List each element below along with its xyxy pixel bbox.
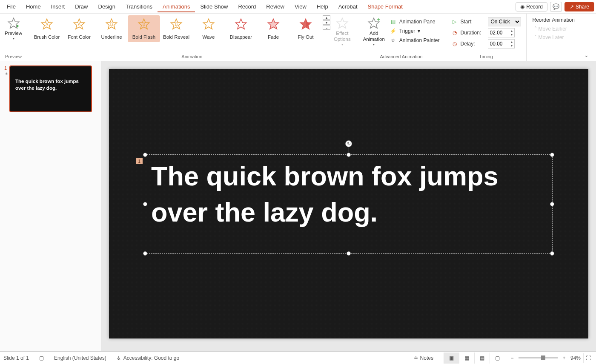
reading-view-button[interactable]: ▤ [474, 353, 490, 364]
zoom-value[interactable]: 94% [570, 355, 581, 361]
animation-fly-out[interactable]: Fly Out [289, 15, 322, 42]
animation-label: Brush Color [34, 34, 60, 40]
animation-bold-reveal[interactable]: BBold Reveal [160, 15, 192, 42]
slide-counter[interactable]: Slide 1 of 1 [3, 355, 29, 361]
rotate-handle[interactable] [345, 140, 352, 147]
language-button[interactable]: English (United States) [54, 355, 106, 361]
resize-handle-tl[interactable] [143, 153, 147, 157]
animation-underline[interactable]: BUnderline [95, 15, 128, 42]
menu-home[interactable]: Home [21, 1, 46, 12]
animation-wave[interactable]: Wave [192, 15, 225, 42]
gallery-up-icon[interactable]: ▴ [323, 15, 330, 20]
group-reorder: Reorder Animation ˄Move Earlier ˅Move La… [527, 14, 581, 61]
animation-gallery-more[interactable]: ▴▾⌄ [322, 15, 331, 30]
effect-options-star-icon [336, 17, 349, 30]
menu-help[interactable]: Help [312, 1, 333, 12]
comments-button[interactable]: 💬 [550, 2, 562, 12]
animation-bold-flash[interactable]: BBold Flash [128, 15, 160, 42]
svg-marker-13 [236, 19, 246, 29]
menu-review[interactable]: Review [261, 1, 289, 12]
chevron-down-icon: ▾ [373, 43, 375, 46]
zoom-out-button[interactable]: − [509, 355, 515, 361]
share-icon: ↗ [570, 4, 574, 10]
trigger-button[interactable]: ⚡Trigger ▾ [387, 26, 442, 36]
menu-file[interactable]: File [2, 1, 21, 12]
chevron-down-icon: ⌄ [584, 52, 589, 58]
resize-handle-bm[interactable] [347, 251, 351, 256]
zoom-slider[interactable] [519, 357, 558, 358]
down-arrow-icon[interactable]: ▼ [509, 44, 515, 48]
slideshow-icon: ▢ [495, 355, 500, 361]
delay-spinner[interactable]: ▲▼ [488, 39, 515, 48]
svg-text:B: B [143, 22, 146, 27]
animation-brush-color[interactable]: ABrush Color [31, 15, 63, 42]
accessibility-icon: ♿︎ [117, 355, 121, 361]
up-arrow-icon[interactable]: ▲ [509, 29, 515, 33]
animation-fade[interactable]: Fade [257, 15, 289, 42]
resize-handle-bl[interactable] [143, 251, 147, 256]
notes-button[interactable]: ≐Notes [414, 355, 433, 361]
delay-label: Delay: [461, 41, 485, 47]
preview-button[interactable]: Preview ▾ [2, 15, 25, 42]
resize-handle-ml[interactable] [143, 202, 147, 206]
svg-marker-1 [17, 25, 19, 28]
menu-draw[interactable]: Draw [70, 1, 93, 12]
slide-thumbnail-1[interactable]: The quick brown fox jumps over the lazy … [9, 65, 92, 112]
text-box[interactable]: 1 The quick brown fox jumps over the laz… [145, 154, 553, 254]
resize-handle-br[interactable] [550, 251, 554, 256]
menu-shape-format[interactable]: Shape Format [363, 1, 408, 12]
thumbnail-number: 1 [4, 65, 9, 71]
zoom-slider-thumb[interactable] [541, 355, 545, 360]
record-button[interactable]: ◉Record [516, 2, 547, 11]
up-arrow-icon[interactable]: ▲ [509, 40, 515, 44]
group-label-animation: Animation [31, 53, 353, 61]
animation-disappear[interactable]: Disappear [225, 15, 257, 42]
menu-record[interactable]: Record [233, 1, 261, 12]
duration-input[interactable] [488, 30, 509, 36]
resize-handle-tr[interactable] [550, 153, 554, 157]
resize-handle-mr[interactable] [550, 202, 554, 206]
delay-input[interactable] [488, 41, 509, 47]
display-settings-button[interactable]: ▢ [39, 355, 44, 361]
share-button[interactable]: ↗Share [564, 2, 594, 11]
gallery-expand-icon[interactable]: ⌄ [323, 26, 330, 30]
down-arrow-icon[interactable]: ▼ [509, 33, 515, 37]
animation-label: Fly Out [298, 34, 313, 40]
menu-design[interactable]: Design [93, 1, 120, 12]
slideshow-view-button[interactable]: ▢ [490, 353, 505, 364]
move-later-button: ˅Move Later [533, 33, 575, 42]
add-animation-button[interactable]: + Add Animation ▾ [361, 15, 387, 48]
reading-view-icon: ▤ [480, 355, 484, 361]
duration-spinner[interactable]: ▲▼ [488, 28, 515, 37]
collapse-ribbon-button[interactable]: ⌄ [581, 14, 593, 61]
gallery-down-icon[interactable]: ▾ [323, 20, 330, 25]
resize-handle-tm[interactable] [347, 153, 351, 157]
animation-pane-button[interactable]: ▤Animation Pane [387, 17, 442, 26]
animation-star-icon [267, 18, 280, 32]
status-bar: Slide 1 of 1 ▢ English (United States) ♿… [0, 351, 596, 364]
menu-animations[interactable]: Animations [158, 1, 195, 12]
start-select[interactable]: On Click [488, 17, 521, 26]
effect-options-button: Effect Options▾ [331, 15, 353, 48]
animation-font-color[interactable]: AFont Color [63, 15, 95, 42]
sorter-view-button[interactable]: ▦ [459, 353, 474, 364]
menu-slide-show[interactable]: Slide Show [195, 1, 233, 12]
menu-acrobat[interactable]: Acrobat [333, 1, 363, 12]
zoom-in-button[interactable]: + [561, 355, 567, 361]
reorder-header: Reorder Animation [533, 15, 575, 25]
slide-canvas-area[interactable]: 1 The quick brown fox jumps over the laz… [101, 61, 596, 351]
animation-painter-button[interactable]: ☆Animation Painter [387, 36, 442, 45]
normal-view-button[interactable]: ▣ [444, 353, 459, 364]
animation-label: Font Color [68, 34, 91, 40]
slide[interactable]: 1 The quick brown fox jumps over the laz… [109, 69, 588, 338]
svg-text:B: B [110, 22, 113, 27]
record-dot-icon: ◉ [520, 4, 524, 10]
menu-insert[interactable]: Insert [46, 1, 70, 12]
slide-text[interactable]: The quick brown fox jumps over the lazy … [145, 155, 552, 234]
menu-transitions[interactable]: Transitions [120, 1, 158, 12]
accessibility-button[interactable]: ♿︎Accessibility: Good to go [117, 355, 179, 361]
animation-order-tag[interactable]: 1 [136, 158, 143, 164]
animation-label: Bold Flash [132, 34, 155, 40]
menu-view[interactable]: View [289, 1, 312, 12]
fit-to-window-button[interactable]: ⛶ [583, 353, 593, 363]
